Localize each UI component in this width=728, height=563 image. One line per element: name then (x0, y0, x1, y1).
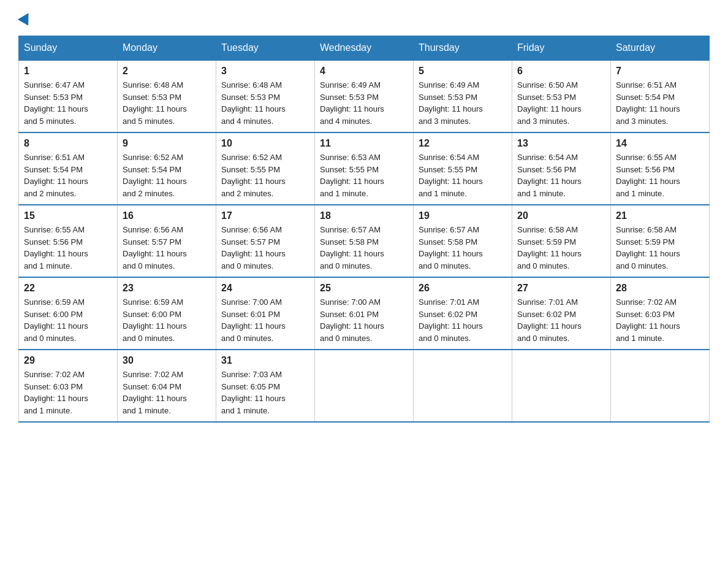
calendar-day-cell: 14 Sunrise: 6:55 AMSunset: 5:56 PMDaylig… (611, 132, 710, 205)
calendar-day-cell: 5 Sunrise: 6:49 AMSunset: 5:53 PMDayligh… (414, 60, 512, 132)
day-number: 1 (24, 66, 112, 77)
day-info: Sunrise: 7:03 AMSunset: 6:05 PMDaylight:… (221, 370, 286, 415)
day-number: 13 (517, 138, 605, 149)
header-saturday: Saturday (611, 36, 710, 61)
calendar-day-cell: 21 Sunrise: 6:58 AMSunset: 5:59 PMDaylig… (611, 205, 710, 277)
calendar-day-cell: 22 Sunrise: 6:59 AMSunset: 6:00 PMDaylig… (19, 277, 118, 350)
calendar-day-cell: 27 Sunrise: 7:01 AMSunset: 6:02 PMDaylig… (512, 277, 611, 350)
day-info: Sunrise: 7:02 AMSunset: 6:04 PMDaylight:… (123, 370, 187, 415)
day-info: Sunrise: 6:59 AMSunset: 6:00 PMDaylight:… (123, 297, 187, 343)
calendar-day-cell: 3 Sunrise: 6:48 AMSunset: 5:53 PMDayligh… (216, 60, 315, 132)
header-thursday: Thursday (414, 36, 512, 61)
day-number: 19 (419, 210, 507, 221)
day-number: 27 (517, 283, 605, 294)
day-info: Sunrise: 7:01 AMSunset: 6:02 PMDaylight:… (419, 297, 483, 343)
day-number: 25 (320, 283, 408, 294)
day-number: 8 (24, 138, 112, 149)
calendar-day-cell: 25 Sunrise: 7:00 AMSunset: 6:01 PMDaylig… (315, 277, 414, 350)
day-info: Sunrise: 6:51 AMSunset: 5:54 PMDaylight:… (24, 153, 88, 198)
day-info: Sunrise: 6:56 AMSunset: 5:57 PMDaylight:… (221, 225, 286, 270)
calendar-day-cell: 29 Sunrise: 7:02 AMSunset: 6:03 PMDaylig… (19, 350, 118, 422)
day-number: 30 (123, 355, 211, 366)
day-info: Sunrise: 6:47 AMSunset: 5:53 PMDaylight:… (24, 80, 88, 126)
day-number: 10 (221, 138, 309, 149)
day-info: Sunrise: 6:48 AMSunset: 5:53 PMDaylight:… (221, 80, 286, 126)
day-number: 18 (320, 210, 408, 221)
calendar-day-cell: 23 Sunrise: 6:59 AMSunset: 6:00 PMDaylig… (118, 277, 216, 350)
header-sunday: Sunday (19, 36, 118, 61)
calendar-day-cell: 28 Sunrise: 7:02 AMSunset: 6:03 PMDaylig… (611, 277, 710, 350)
day-number: 4 (320, 66, 408, 77)
day-info: Sunrise: 6:52 AMSunset: 5:55 PMDaylight:… (221, 153, 286, 198)
calendar-day-cell: 11 Sunrise: 6:53 AMSunset: 5:55 PMDaylig… (315, 132, 414, 205)
calendar-table: SundayMondayTuesdayWednesdayThursdayFrid… (18, 36, 710, 423)
day-info: Sunrise: 7:00 AMSunset: 6:01 PMDaylight:… (221, 297, 286, 343)
day-number: 7 (616, 66, 704, 77)
day-number: 31 (221, 355, 309, 366)
day-info: Sunrise: 6:57 AMSunset: 5:58 PMDaylight:… (419, 225, 483, 270)
calendar-day-cell (512, 350, 611, 422)
calendar-week-row: 1 Sunrise: 6:47 AMSunset: 5:53 PMDayligh… (19, 60, 710, 132)
calendar-day-cell (414, 350, 512, 422)
calendar-day-cell: 17 Sunrise: 6:56 AMSunset: 5:57 PMDaylig… (216, 205, 315, 277)
day-info: Sunrise: 6:56 AMSunset: 5:57 PMDaylight:… (123, 225, 187, 270)
day-number: 9 (123, 138, 211, 149)
header-tuesday: Tuesday (216, 36, 315, 61)
day-number: 12 (419, 138, 507, 149)
header-wednesday: Wednesday (315, 36, 414, 61)
day-info: Sunrise: 7:01 AMSunset: 6:02 PMDaylight:… (517, 297, 582, 343)
calendar-week-row: 29 Sunrise: 7:02 AMSunset: 6:03 PMDaylig… (19, 350, 710, 422)
day-info: Sunrise: 6:52 AMSunset: 5:54 PMDaylight:… (123, 153, 187, 198)
day-info: Sunrise: 6:55 AMSunset: 5:56 PMDaylight:… (24, 225, 88, 270)
calendar-day-cell: 30 Sunrise: 7:02 AMSunset: 6:04 PMDaylig… (118, 350, 216, 422)
day-info: Sunrise: 6:49 AMSunset: 5:53 PMDaylight:… (419, 80, 483, 126)
calendar-day-cell: 16 Sunrise: 6:56 AMSunset: 5:57 PMDaylig… (118, 205, 216, 277)
day-info: Sunrise: 6:54 AMSunset: 5:56 PMDaylight:… (517, 153, 582, 198)
day-number: 15 (24, 210, 112, 221)
logo-triangle-icon (18, 10, 34, 26)
calendar-week-row: 15 Sunrise: 6:55 AMSunset: 5:56 PMDaylig… (19, 205, 710, 277)
calendar-day-cell: 15 Sunrise: 6:55 AMSunset: 5:56 PMDaylig… (19, 205, 118, 277)
day-info: Sunrise: 6:57 AMSunset: 5:58 PMDaylight:… (320, 225, 384, 270)
day-number: 23 (123, 283, 211, 294)
day-number: 22 (24, 283, 112, 294)
day-number: 21 (616, 210, 704, 221)
day-info: Sunrise: 6:51 AMSunset: 5:54 PMDaylight:… (616, 80, 680, 126)
page-header: Blue (18, 12, 710, 23)
day-info: Sunrise: 7:02 AMSunset: 6:03 PMDaylight:… (24, 370, 88, 415)
day-info: Sunrise: 7:00 AMSunset: 6:01 PMDaylight:… (320, 297, 384, 343)
day-number: 26 (419, 283, 507, 294)
header-monday: Monday (118, 36, 216, 61)
day-number: 3 (221, 66, 309, 77)
day-number: 6 (517, 66, 605, 77)
calendar-header-row: SundayMondayTuesdayWednesdayThursdayFrid… (19, 36, 710, 61)
day-number: 29 (24, 355, 112, 366)
calendar-day-cell: 2 Sunrise: 6:48 AMSunset: 5:53 PMDayligh… (118, 60, 216, 132)
calendar-day-cell: 8 Sunrise: 6:51 AMSunset: 5:54 PMDayligh… (19, 132, 118, 205)
calendar-day-cell: 26 Sunrise: 7:01 AMSunset: 6:02 PMDaylig… (414, 277, 512, 350)
day-info: Sunrise: 6:58 AMSunset: 5:59 PMDaylight:… (616, 225, 680, 270)
day-number: 14 (616, 138, 704, 149)
calendar-week-row: 8 Sunrise: 6:51 AMSunset: 5:54 PMDayligh… (19, 132, 710, 205)
header-friday: Friday (512, 36, 611, 61)
logo: Blue (18, 12, 33, 23)
calendar-day-cell: 1 Sunrise: 6:47 AMSunset: 5:53 PMDayligh… (19, 60, 118, 132)
calendar-day-cell: 10 Sunrise: 6:52 AMSunset: 5:55 PMDaylig… (216, 132, 315, 205)
day-info: Sunrise: 6:54 AMSunset: 5:55 PMDaylight:… (419, 153, 483, 198)
calendar-day-cell (611, 350, 710, 422)
day-number: 17 (221, 210, 309, 221)
calendar-day-cell: 12 Sunrise: 6:54 AMSunset: 5:55 PMDaylig… (414, 132, 512, 205)
day-number: 16 (123, 210, 211, 221)
day-info: Sunrise: 6:55 AMSunset: 5:56 PMDaylight:… (616, 153, 680, 198)
calendar-day-cell (315, 350, 414, 422)
calendar-day-cell: 6 Sunrise: 6:50 AMSunset: 5:53 PMDayligh… (512, 60, 611, 132)
day-number: 11 (320, 138, 408, 149)
calendar-day-cell: 9 Sunrise: 6:52 AMSunset: 5:54 PMDayligh… (118, 132, 216, 205)
day-number: 24 (221, 283, 309, 294)
day-number: 2 (123, 66, 211, 77)
calendar-week-row: 22 Sunrise: 6:59 AMSunset: 6:00 PMDaylig… (19, 277, 710, 350)
calendar-day-cell: 13 Sunrise: 6:54 AMSunset: 5:56 PMDaylig… (512, 132, 611, 205)
calendar-day-cell: 31 Sunrise: 7:03 AMSunset: 6:05 PMDaylig… (216, 350, 315, 422)
day-info: Sunrise: 7:02 AMSunset: 6:03 PMDaylight:… (616, 297, 680, 343)
calendar-day-cell: 20 Sunrise: 6:58 AMSunset: 5:59 PMDaylig… (512, 205, 611, 277)
